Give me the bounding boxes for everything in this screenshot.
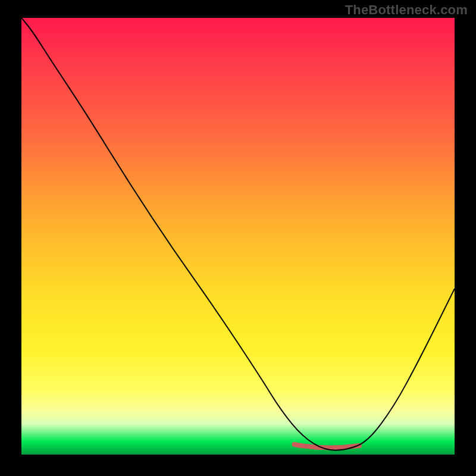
bottleneck-curve-svg bbox=[21, 18, 455, 455]
bottleneck-curve-path bbox=[21, 18, 455, 450]
chart-frame: TheBottleneck.com bbox=[0, 0, 476, 476]
plot-area bbox=[21, 18, 455, 455]
valley-highlight-path bbox=[295, 444, 359, 448]
watermark-text: TheBottleneck.com bbox=[345, 2, 468, 18]
